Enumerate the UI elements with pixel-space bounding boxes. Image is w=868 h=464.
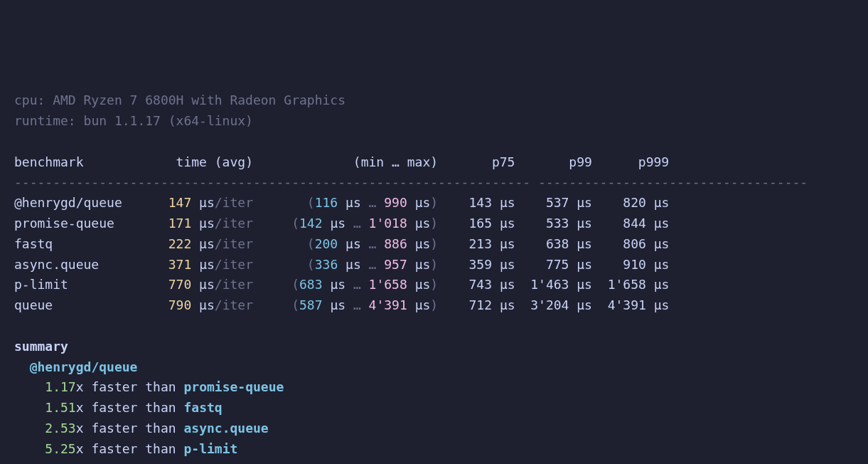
col-p99: p99 xyxy=(569,154,592,169)
row-p75: 165 xyxy=(469,216,493,231)
unit: µs xyxy=(577,297,592,312)
factor: 2.53 xyxy=(45,421,75,436)
col-minmax: (min … max) xyxy=(353,154,438,169)
unit: µs xyxy=(415,236,431,251)
unit: µs xyxy=(577,277,592,292)
unit: µs xyxy=(654,236,670,251)
lparen-icon: ( xyxy=(307,236,315,251)
comp-name: queue xyxy=(183,462,222,464)
faster-than: faster than xyxy=(84,441,184,456)
unit: µs xyxy=(330,216,345,231)
row-name: fastq xyxy=(14,236,53,251)
iter: /iter xyxy=(215,236,253,251)
unit: µs xyxy=(577,236,592,251)
iter: /iter xyxy=(215,277,253,292)
faster-than: faster than xyxy=(84,400,184,415)
faster-than: faster than xyxy=(84,462,184,464)
row-p99: 775 xyxy=(546,257,569,272)
col-benchmark: benchmark xyxy=(14,154,84,169)
row-min: 336 xyxy=(315,257,338,272)
row-min: 116 xyxy=(315,195,338,210)
unit: µs xyxy=(654,216,670,231)
col-p75: p75 xyxy=(492,154,515,169)
terminal-output: cpu: AMD Ryzen 7 6800H with Radeon Graph… xyxy=(14,90,854,464)
row-avg: 171 xyxy=(168,216,192,231)
row-avg: 147 xyxy=(168,195,192,210)
rparen-icon: ) xyxy=(430,297,438,312)
factor: 5.39 xyxy=(45,462,75,464)
unit: µs xyxy=(654,195,670,210)
x-suffix: x xyxy=(76,441,84,456)
comp-name: promise-queue xyxy=(183,379,284,394)
unit: µs xyxy=(500,297,515,312)
unit: µs xyxy=(345,236,361,251)
runtime-label: runtime: xyxy=(14,113,84,128)
unit: µs xyxy=(199,236,215,251)
unit: µs xyxy=(654,277,670,292)
row-min: 200 xyxy=(315,236,338,251)
row-max: 957 xyxy=(384,257,407,272)
lparen-icon: ( xyxy=(291,297,299,312)
lparen-icon: ( xyxy=(291,277,299,292)
row-p999: 806 xyxy=(623,236,646,251)
row-avg: 222 xyxy=(168,236,192,251)
ellipsis-icon: … xyxy=(353,297,361,312)
iter: /iter xyxy=(215,195,253,210)
unit: µs xyxy=(330,297,345,312)
cpu-value: AMD Ryzen 7 6800H with Radeon Graphics xyxy=(53,93,345,107)
x-suffix: x xyxy=(76,400,84,415)
col-p999: p999 xyxy=(638,154,669,169)
row-name: promise-queue xyxy=(14,216,114,231)
faster-than: faster than xyxy=(84,421,184,436)
faster-than: faster than xyxy=(84,379,184,394)
unit: µs xyxy=(345,195,361,210)
row-p75: 743 xyxy=(469,277,493,292)
ellipsis-icon: … xyxy=(369,257,377,272)
row-max: 990 xyxy=(384,195,407,210)
summary-title: summary xyxy=(14,339,68,354)
iter: /iter xyxy=(215,297,253,312)
unit: µs xyxy=(415,216,431,231)
row-p999: 820 xyxy=(623,195,646,210)
iter: /iter xyxy=(215,216,253,231)
row-p99: 3'204 xyxy=(530,297,569,312)
comp-name: fastq xyxy=(183,400,222,415)
ellipsis-icon: … xyxy=(353,277,361,292)
unit: µs xyxy=(199,216,215,231)
unit: µs xyxy=(577,216,592,231)
row-max: 886 xyxy=(384,236,407,251)
cpu-label: cpu: xyxy=(14,93,53,107)
unit: µs xyxy=(199,277,215,292)
rparen-icon: ) xyxy=(430,216,438,231)
unit: µs xyxy=(577,257,592,272)
row-max: 1'658 xyxy=(369,277,407,292)
unit: µs xyxy=(415,297,431,312)
unit: µs xyxy=(577,195,592,210)
unit: µs xyxy=(415,195,431,210)
row-name: async.queue xyxy=(14,257,99,272)
rparen-icon: ) xyxy=(430,195,438,210)
unit: µs xyxy=(654,297,670,312)
row-name: p-limit xyxy=(14,277,68,292)
factor: 1.17 xyxy=(45,379,75,394)
row-p999: 4'391 xyxy=(608,297,646,312)
rparen-icon: ) xyxy=(430,236,438,251)
unit: µs xyxy=(415,257,431,272)
rule-line: ----------------------------------------… xyxy=(14,174,808,189)
unit: µs xyxy=(330,277,345,292)
unit: µs xyxy=(500,236,515,251)
row-p99: 638 xyxy=(546,236,569,251)
row-p75: 143 xyxy=(469,195,493,210)
rparen-icon: ) xyxy=(430,257,438,272)
row-p999: 910 xyxy=(623,257,646,272)
x-suffix: x xyxy=(76,462,84,464)
unit: µs xyxy=(199,297,215,312)
lparen-icon: ( xyxy=(291,216,299,231)
row-p99: 537 xyxy=(546,195,569,210)
ellipsis-icon: … xyxy=(369,236,377,251)
lparen-icon: ( xyxy=(307,257,315,272)
row-min: 587 xyxy=(299,297,323,312)
row-p99: 533 xyxy=(546,216,569,231)
row-p75: 359 xyxy=(469,257,493,272)
row-max: 1'018 xyxy=(369,216,407,231)
